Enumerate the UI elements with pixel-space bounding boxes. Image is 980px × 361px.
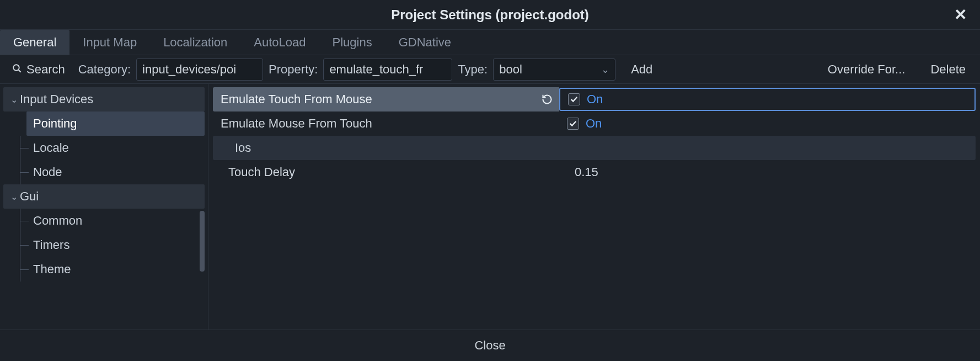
override-for-button[interactable]: Override For... (818, 59, 915, 81)
sidebar-item-label: Pointing (33, 116, 77, 131)
category-label: Category: (78, 62, 131, 77)
chevron-down-icon: ⌄ (9, 94, 19, 105)
tab-general[interactable]: General (0, 30, 69, 55)
property-value[interactable]: 0.15 (559, 160, 976, 184)
sidebar-item-pointing[interactable]: Pointing (26, 112, 205, 136)
property-row-emulate-mouse: Emulate Mouse From Touch On (213, 112, 976, 136)
svg-line-1 (18, 70, 21, 72)
tab-label: Plugins (333, 35, 372, 50)
property-field: Property: (269, 59, 452, 81)
reset-icon[interactable] (540, 93, 554, 106)
section-label-text: Ios (235, 141, 251, 155)
property-input[interactable] (323, 59, 452, 81)
tab-autoload[interactable]: AutoLoad (240, 30, 319, 55)
tab-input-map[interactable]: Input Map (69, 30, 150, 55)
tab-gdnative[interactable]: GDNative (385, 30, 464, 55)
tab-label: GDNative (399, 35, 451, 50)
sidebar-item-label: Common (33, 214, 82, 228)
titlebar: Project Settings (project.godot) ✕ (0, 0, 980, 30)
footer: Close (0, 330, 980, 361)
section-label: Ios (213, 136, 559, 160)
tab-label: General (13, 35, 56, 50)
scrollbar[interactable] (200, 211, 205, 272)
property-label-text: Emulate Touch From Mouse (221, 92, 372, 107)
property-label-text: Emulate Mouse From Touch (221, 116, 372, 131)
override-label: Override For... (828, 62, 906, 77)
type-field: Type: bool ⌄ (458, 59, 615, 81)
tab-label: AutoLoad (254, 35, 306, 50)
sidebar-item-input-devices[interactable]: ⌄ Input Devices (3, 87, 205, 112)
svg-point-0 (13, 65, 19, 71)
type-select[interactable]: bool ⌄ (493, 59, 615, 81)
checkbox-label: On (587, 92, 603, 107)
sidebar-item-label: Input Devices (20, 92, 93, 107)
tab-localization[interactable]: Localization (150, 30, 240, 55)
property-section-ios[interactable]: Ios (213, 136, 976, 160)
sidebar-item-label: Timers (33, 238, 69, 252)
add-button[interactable]: Add (621, 59, 662, 81)
sidebar-item-locale[interactable]: Locale (3, 136, 205, 160)
category-field: Category: (78, 59, 263, 81)
delete-button[interactable]: Delete (920, 59, 976, 81)
property-panel: Emulate Touch From Mouse On Emulate Mous… (208, 84, 980, 330)
sidebar: ⌄ Input Devices Pointing Locale Node ⌄ G… (0, 84, 208, 330)
add-label: Add (631, 62, 652, 77)
checkbox-label: On (586, 116, 602, 131)
chevron-down-icon: ⌄ (9, 192, 19, 202)
property-value[interactable]: On (559, 112, 976, 136)
close-button[interactable]: Close (464, 335, 515, 357)
property-label: Property: (269, 62, 318, 77)
tabs: General Input Map Localization AutoLoad … (0, 30, 980, 55)
property-label-text: Touch Delay (221, 165, 295, 179)
sidebar-item-label: Gui (20, 189, 39, 204)
property-label: Emulate Touch From Mouse (213, 87, 559, 112)
sidebar-item-timers[interactable]: Timers (3, 233, 205, 257)
property-row-emulate-touch: Emulate Touch From Mouse On (213, 87, 976, 112)
checkbox[interactable] (567, 118, 579, 130)
property-row-touch-delay: Touch Delay 0.15 (213, 160, 976, 184)
chevron-down-icon: ⌄ (601, 63, 609, 76)
numeric-value: 0.15 (567, 165, 598, 179)
type-value: bool (499, 62, 522, 77)
property-value[interactable]: On (559, 88, 976, 111)
sidebar-item-label: Theme (33, 262, 71, 277)
search-label: Search (26, 62, 65, 77)
main: ⌄ Input Devices Pointing Locale Node ⌄ G… (0, 84, 980, 330)
sidebar-item-gui[interactable]: ⌄ Gui (3, 184, 205, 209)
checkbox[interactable] (568, 93, 580, 105)
sidebar-item-node[interactable]: Node (3, 160, 205, 184)
sidebar-item-label: Locale (33, 141, 69, 155)
tab-label: Input Map (83, 35, 137, 50)
property-label: Touch Delay (213, 160, 559, 184)
search-icon (12, 62, 22, 77)
delete-label: Delete (930, 62, 966, 77)
close-label: Close (474, 338, 505, 353)
toolbar: Search Category: Property: Type: bool ⌄ … (0, 55, 980, 84)
tab-plugins[interactable]: Plugins (319, 30, 385, 55)
type-label: Type: (458, 62, 488, 77)
search-button[interactable]: Search (4, 59, 73, 81)
sidebar-item-theme[interactable]: Theme (3, 257, 205, 282)
close-icon[interactable]: ✕ (949, 0, 972, 29)
tab-label: Localization (163, 35, 227, 50)
window-title: Project Settings (project.godot) (391, 7, 589, 23)
sidebar-item-label: Node (33, 165, 62, 179)
category-input[interactable] (136, 59, 263, 81)
sidebar-item-common[interactable]: Common (3, 209, 205, 233)
property-label: Emulate Mouse From Touch (213, 112, 559, 136)
